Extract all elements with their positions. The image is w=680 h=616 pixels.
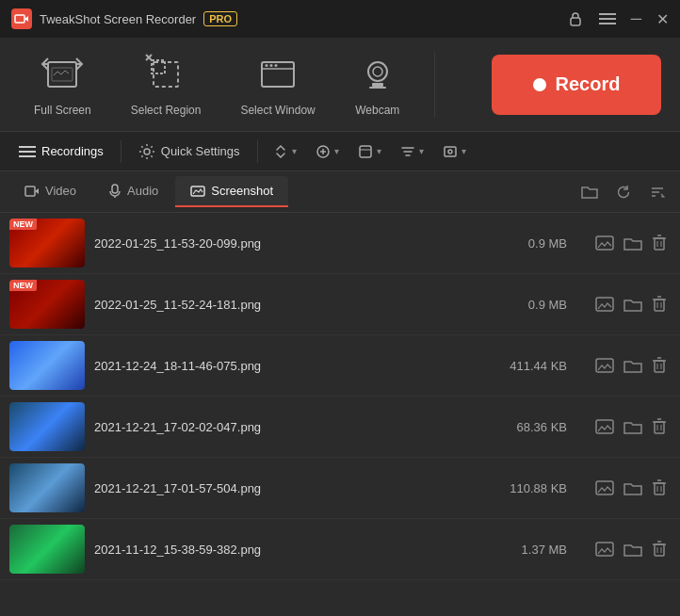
delete-icon-0[interactable] — [652, 235, 671, 251]
file-actions-3 — [595, 418, 671, 435]
svg-point-33 — [448, 150, 452, 154]
file-name-3: 2021-12-21_17-02-02-047.png — [94, 420, 501, 434]
tab-screenshot-label: Screenshot — [211, 184, 273, 198]
table-row[interactable]: NEW 2022-01-25_11-53-20-099.png 0.9 MB — [0, 213, 680, 274]
svg-rect-30 — [360, 146, 371, 157]
open-folder-icon-4[interactable] — [623, 480, 642, 496]
sort-icon[interactable] — [644, 179, 671, 205]
thumb-image-4 — [9, 463, 85, 512]
thumb-image-3 — [9, 402, 85, 451]
close-icon[interactable]: ✕ — [656, 10, 669, 28]
view-image-icon-2[interactable] — [595, 358, 614, 373]
tabs-bar: Video Audio Screenshot — [0, 171, 680, 213]
select-region-button[interactable]: Select Region — [116, 43, 217, 126]
tab-screenshot[interactable]: Screenshot — [175, 176, 288, 207]
pro-badge: PRO — [203, 11, 237, 26]
file-name-4: 2021-12-21_17-01-57-504.png — [94, 481, 501, 495]
nav-dropdown-4[interactable]: ▾ — [393, 138, 431, 165]
delete-icon-1[interactable] — [652, 296, 671, 313]
file-size-2: 411.44 KB — [501, 359, 586, 373]
svg-rect-2 — [571, 18, 580, 25]
refresh-icon[interactable] — [610, 179, 637, 205]
select-region-label: Select Region — [131, 104, 202, 117]
main-toolbar: Full Screen Select Region Select Window — [0, 38, 680, 132]
delete-icon-3[interactable] — [652, 418, 671, 435]
nav-dropdown-3[interactable]: ▾ — [350, 138, 389, 165]
open-folder-icon-1[interactable] — [623, 297, 642, 313]
lock-icon[interactable] — [567, 10, 584, 27]
select-window-label: Select Window — [240, 104, 315, 117]
nav-quick-settings[interactable]: Quick Settings — [129, 138, 250, 166]
file-size-4: 110.88 KB — [501, 481, 586, 495]
app-logo — [11, 8, 32, 29]
tabs-actions — [576, 179, 671, 205]
file-size-0: 0.9 MB — [501, 236, 586, 251]
webcam-icon — [356, 53, 399, 96]
delete-icon-5[interactable] — [652, 541, 671, 558]
dropdown-2-chevron: ▾ — [334, 146, 339, 156]
svg-rect-22 — [369, 87, 386, 89]
file-info-2: 2021-12-24_18-11-46-075.png 411.44 KB — [94, 359, 586, 373]
full-screen-button[interactable]: Full Screen — [19, 43, 106, 126]
thumbnail-1: NEW — [9, 280, 85, 329]
svg-rect-44 — [655, 238, 664, 250]
open-folder-icon[interactable] — [576, 179, 603, 205]
table-row[interactable]: 2021-12-21_17-01-57-504.png 110.88 KB — [0, 458, 680, 519]
open-folder-icon-0[interactable] — [623, 235, 642, 251]
table-row[interactable]: 2021-12-24_18-11-46-075.png 411.44 KB — [0, 335, 680, 397]
svg-point-26 — [144, 149, 150, 154]
dropdown-1-chevron: ▾ — [292, 146, 297, 156]
file-info-5: 2021-11-12_15-38-59-382.png 1.37 MB — [94, 543, 586, 557]
file-info-3: 2021-12-21_17-02-02-047.png 68.36 KB — [94, 420, 586, 434]
record-button[interactable]: Record — [492, 55, 661, 115]
tab-video-label: Video — [45, 184, 76, 198]
svg-rect-56 — [655, 361, 664, 372]
file-name-1: 2022-01-25_11-52-24-181.png — [94, 298, 501, 312]
dropdown-4-chevron: ▾ — [419, 146, 424, 156]
open-folder-icon-5[interactable] — [623, 542, 642, 558]
table-row[interactable]: 2021-11-12_15-38-59-382.png 1.37 MB — [0, 519, 680, 580]
svg-point-18 — [275, 64, 278, 67]
svg-rect-21 — [372, 83, 383, 87]
delete-icon-4[interactable] — [652, 479, 671, 496]
nav-dropdown-1[interactable]: ▾ — [266, 138, 304, 165]
tab-video[interactable]: Video — [9, 176, 91, 208]
toolbar-divider — [434, 52, 435, 118]
view-image-icon-1[interactable] — [595, 297, 614, 312]
view-image-icon-3[interactable] — [595, 419, 614, 434]
dropdown-5-chevron: ▾ — [461, 146, 466, 156]
file-name-0: 2022-01-25_11-53-20-099.png — [94, 236, 501, 251]
svg-rect-74 — [655, 544, 664, 556]
navbar: Recordings Quick Settings ▾ ▾ ▾ — [0, 132, 680, 171]
view-image-icon-4[interactable] — [595, 480, 614, 495]
nav-recordings[interactable]: Recordings — [9, 138, 113, 164]
titlebar: TweakShot Screen Recorder PRO ─ ✕ — [0, 0, 680, 38]
open-folder-icon-2[interactable] — [623, 358, 642, 374]
file-actions-2 — [595, 357, 671, 374]
svg-rect-34 — [25, 186, 35, 196]
nav-dropdown-5[interactable]: ▾ — [435, 138, 474, 165]
thumb-image-5 — [9, 525, 85, 574]
open-folder-icon-3[interactable] — [623, 419, 642, 435]
thumbnail-4 — [9, 463, 85, 512]
file-info-4: 2021-12-21_17-01-57-504.png 110.88 KB — [94, 481, 586, 495]
webcam-button[interactable]: Webcam — [340, 43, 415, 126]
view-image-icon-0[interactable] — [595, 235, 614, 251]
table-row[interactable]: NEW 2022-01-25_11-52-24-181.png 0.9 MB — [0, 274, 680, 335]
delete-icon-2[interactable] — [652, 357, 671, 374]
full-screen-icon — [40, 53, 84, 96]
svg-rect-50 — [655, 300, 664, 311]
file-info-1: 2022-01-25_11-52-24-181.png 0.9 MB — [94, 298, 586, 312]
tab-audio[interactable]: Audio — [93, 176, 173, 208]
view-image-icon-5[interactable] — [595, 542, 614, 557]
recordings-label: Recordings — [41, 144, 104, 158]
minimize-icon[interactable]: ─ — [631, 10, 641, 27]
hamburger-icon[interactable] — [599, 12, 616, 25]
svg-point-16 — [266, 64, 268, 67]
full-screen-label: Full Screen — [34, 104, 91, 117]
nav-dropdown-2[interactable]: ▾ — [308, 138, 347, 165]
file-name-5: 2021-11-12_15-38-59-382.png — [94, 543, 501, 557]
table-row[interactable]: 2021-12-21_17-02-02-047.png 68.36 KB — [0, 397, 680, 458]
new-badge-0: NEW — [9, 219, 37, 230]
select-window-button[interactable]: Select Window — [225, 43, 330, 126]
